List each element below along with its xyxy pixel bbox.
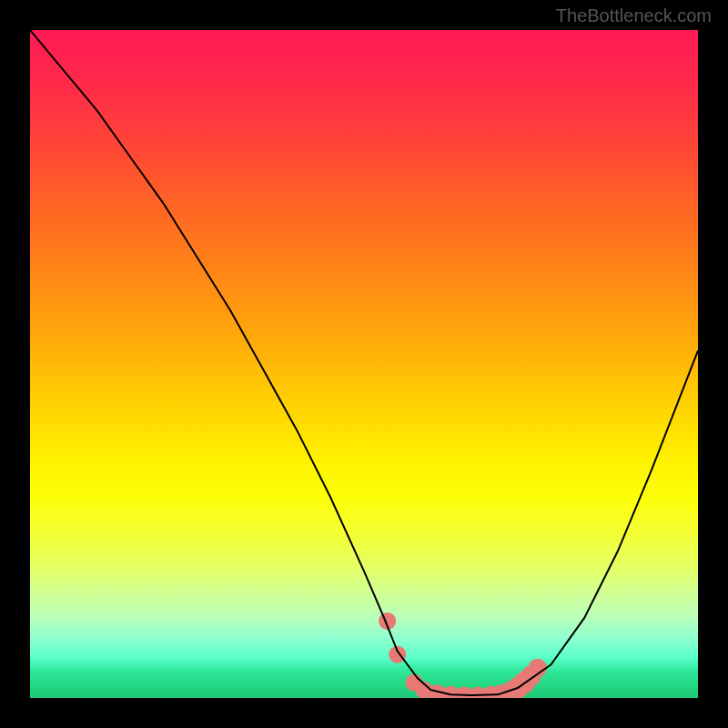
plot-area [30, 30, 698, 698]
watermark-text: TheBottleneck.com [556, 5, 712, 26]
bottleneck-curve [30, 30, 698, 695]
chart-svg [30, 30, 698, 698]
chart-frame: TheBottleneck.com [0, 0, 728, 728]
